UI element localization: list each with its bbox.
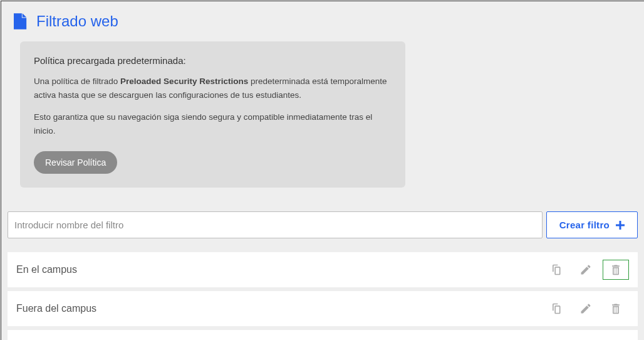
create-filter-row: Crear filtro (8, 211, 638, 238)
copy-filter-button[interactable] (543, 299, 569, 319)
copy-filter-button[interactable] (543, 260, 569, 280)
edit-filter-button-icon (579, 302, 592, 315)
delete-filter-button-icon (610, 263, 622, 276)
delete-filter-button[interactable] (603, 299, 629, 319)
copy-filter-button-icon (549, 263, 562, 276)
policy-notice-box: Política precargada predeterminada: Una … (20, 41, 405, 188)
create-filter-label: Crear filtro (559, 220, 610, 230)
copy-filter-button[interactable] (543, 337, 569, 340)
review-policy-button[interactable]: Revisar Política (34, 151, 117, 174)
filter-row: Fuera del campus (8, 291, 638, 326)
edit-filter-button-icon (579, 263, 592, 276)
document-icon (14, 13, 28, 29)
policy-text-2: Esto garantiza que su navegación siga si… (34, 110, 392, 137)
edit-filter-button[interactable] (573, 337, 599, 340)
svg-rect-1 (616, 224, 625, 226)
delete-filter-button[interactable] (603, 337, 629, 340)
copy-filter-button-icon (549, 302, 562, 315)
delete-filter-button-icon (610, 302, 622, 315)
plus-icon (616, 221, 625, 230)
filter-row: En el campus (8, 252, 638, 287)
page-container: Filtrado web Política precargada predete… (1, 1, 644, 340)
edit-filter-button[interactable] (573, 260, 599, 280)
filter-row: Restringido a adultos (8, 330, 638, 340)
policy-text-1: Una política de filtrado Preloaded Secur… (34, 75, 392, 102)
filter-name-input[interactable] (8, 211, 543, 238)
filter-list: En el campusFuera del campusRestringido … (8, 252, 638, 340)
filter-actions (543, 260, 629, 280)
filter-name: Fuera del campus (16, 303, 96, 314)
page-header: Filtrado web (6, 13, 639, 30)
filter-name: En el campus (16, 264, 77, 275)
filter-actions (543, 337, 629, 340)
create-filter-button[interactable]: Crear filtro (546, 211, 638, 238)
delete-filter-button[interactable] (603, 260, 629, 280)
page-title: Filtrado web (36, 13, 118, 30)
filter-actions (543, 299, 629, 319)
edit-filter-button[interactable] (573, 299, 599, 319)
policy-title: Política precargada predeterminada: (34, 55, 392, 66)
